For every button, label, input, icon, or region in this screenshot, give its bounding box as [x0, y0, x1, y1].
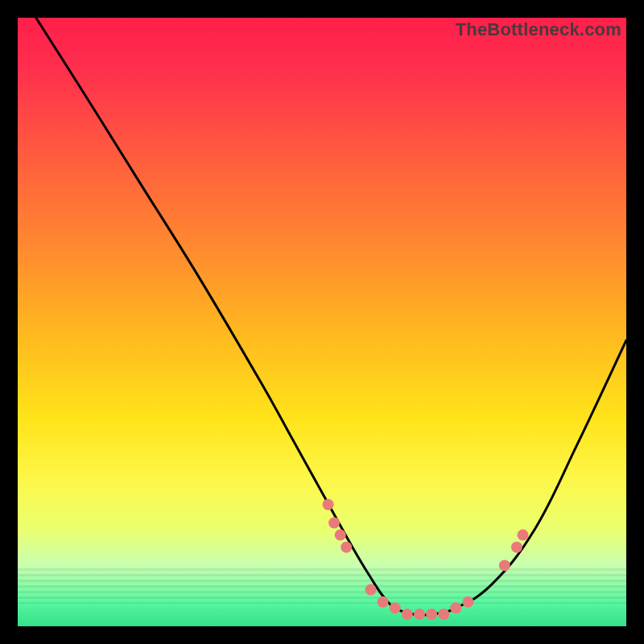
data-marker — [335, 530, 346, 541]
data-marker — [511, 542, 522, 553]
data-marker — [378, 597, 389, 608]
data-marker — [365, 584, 377, 596]
data-marker — [328, 518, 340, 529]
chart-stage: TheBottleneck.com — [0, 0, 644, 644]
plot-area: TheBottleneck.com — [18, 18, 626, 626]
data-marker — [518, 530, 529, 541]
data-marker — [341, 542, 352, 553]
data-marker — [462, 597, 473, 608]
data-marker — [438, 609, 449, 620]
data-marker — [450, 602, 461, 613]
watermark-text: TheBottleneck.com — [456, 19, 621, 40]
data-marker — [323, 499, 334, 510]
data-marker — [426, 609, 437, 620]
data-markers — [323, 499, 529, 620]
data-marker — [499, 559, 510, 571]
data-marker — [414, 609, 425, 620]
data-marker — [402, 609, 413, 620]
data-marker — [390, 602, 401, 613]
curve-layer — [18, 18, 626, 626]
